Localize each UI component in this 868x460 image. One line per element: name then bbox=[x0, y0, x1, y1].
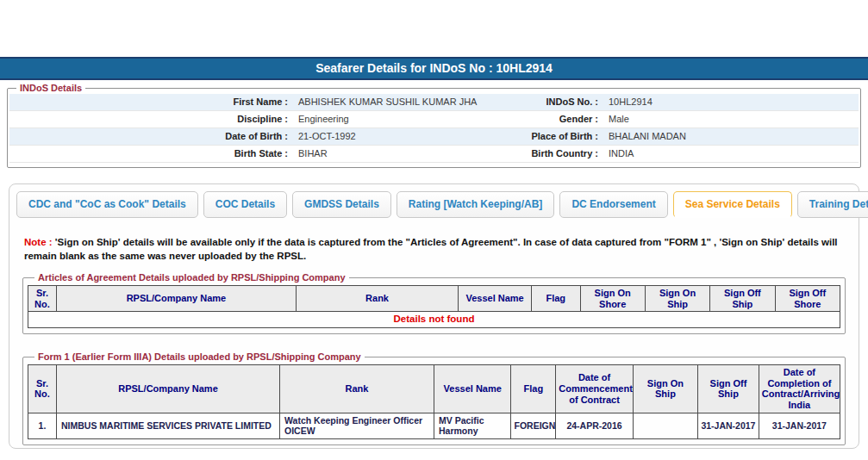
column-header-vessel-name: Vessel Name bbox=[434, 365, 511, 413]
tab-cdc-coc-as-cook-details[interactable]: CDC and "CoC as Cook" Details bbox=[16, 191, 198, 218]
table-row: 1. NIMBUS MARITIME SERVICES PRIVATE LIMI… bbox=[28, 413, 840, 438]
first-name-value: ABHISHEK KUMAR SUSHIL KUMAR JHA bbox=[294, 94, 511, 110]
cell-flag: FOREIGN bbox=[511, 413, 556, 438]
column-header-rpsl-company-name: RPSL/Company Name bbox=[56, 286, 296, 312]
cell-sr-no: 1. bbox=[28, 413, 57, 438]
gender-value: Male bbox=[604, 111, 859, 127]
column-header-flag: Flag bbox=[532, 286, 581, 312]
tab-coc-details[interactable]: COC Details bbox=[203, 191, 287, 218]
date-of-birth-value: 21-OCT-1992 bbox=[294, 128, 511, 145]
column-header-sign-on-shore: Sign On Shore bbox=[580, 286, 645, 312]
tab-content-panel: CDC and "CoC as Cook" Details COC Detail… bbox=[9, 183, 859, 449]
birth-state-value: BIHAR bbox=[294, 146, 511, 162]
indos-row-birth: Date of Birth : 21-OCT-1992 Place of Bir… bbox=[9, 128, 859, 146]
form1-legend: Form 1 (Earlier Form IIIA) Details uploa… bbox=[34, 351, 365, 362]
indos-row-name: First Name : ABHISHEK KUMAR SUSHIL KUMAR… bbox=[9, 94, 859, 111]
tab-training-details[interactable]: Training Details bbox=[797, 191, 868, 218]
tab-gmdss-details[interactable]: GMDSS Details bbox=[292, 191, 391, 218]
column-header-sign-on-ship: Sign On Ship bbox=[633, 365, 697, 413]
column-header-rpsl-company-name: RPSL/Company Name bbox=[56, 365, 279, 413]
cell-sign-off-ship: 31-JAN-2017 bbox=[698, 413, 759, 438]
column-header-sign-on-ship: Sign On Ship bbox=[645, 286, 709, 312]
tab-dc-endorsement[interactable]: DC Endorsement bbox=[559, 191, 667, 218]
column-header-sr-no: Sr. No. bbox=[28, 365, 57, 413]
tab-sea-service-details[interactable]: Sea Service Details bbox=[673, 191, 792, 218]
cell-vessel-name: MV Pacific Harmony bbox=[434, 413, 511, 438]
tab-bar: CDC and "CoC as Cook" Details COC Detail… bbox=[16, 191, 852, 218]
birth-state-label: Birth State : bbox=[9, 146, 294, 162]
column-header-flag: Flag bbox=[511, 365, 556, 413]
articles-of-agreement-table: Sr. No. RPSL/Company Name Rank Vessel Na… bbox=[28, 285, 840, 328]
note-body: 'Sign on Ship' details will be available… bbox=[24, 237, 838, 261]
indos-details-section: INDoS Details First Name : ABHISHEK KUMA… bbox=[7, 83, 861, 168]
place-of-birth-label: Place of Birth : bbox=[511, 128, 604, 145]
details-not-found-message: Details not found bbox=[28, 312, 840, 328]
column-header-rank: Rank bbox=[296, 286, 458, 312]
indos-no-label: INDoS No. : bbox=[511, 94, 604, 110]
cell-commencement-date: 24-APR-2016 bbox=[556, 413, 633, 438]
articles-header-row: Sr. No. RPSL/Company Name Rank Vessel Na… bbox=[28, 286, 840, 312]
form1-table: Sr. No. RPSL/Company Name Rank Vessel Na… bbox=[28, 364, 840, 439]
discipline-label: Discipline : bbox=[9, 111, 294, 127]
form1-section: Form 1 (Earlier Form IIIA) Details uploa… bbox=[22, 351, 846, 445]
column-header-vessel-name: Vessel Name bbox=[459, 286, 532, 312]
indos-no-value: 10HL2914 bbox=[604, 94, 859, 110]
sign-on-ship-note: Note : 'Sign on Ship' details will be av… bbox=[24, 236, 844, 263]
gender-label: Gender : bbox=[511, 111, 604, 127]
column-header-sign-off-shore: Sign Off Shore bbox=[775, 286, 840, 312]
indos-details-legend: INDoS Details bbox=[16, 83, 85, 93]
tab-rating-watch-keeping-ab[interactable]: Rating [Watch Keeping/AB] bbox=[397, 191, 555, 218]
articles-of-agreement-section: Articles of Agreement Details uploaded b… bbox=[22, 272, 846, 334]
cell-company-name: NIMBUS MARITIME SERVICES PRIVATE LIMITED bbox=[56, 413, 279, 438]
column-header-date-of-commencement: Date of Commencement of Contract bbox=[556, 365, 633, 413]
note-prefix: Note : bbox=[24, 237, 53, 247]
table-row: Details not found bbox=[28, 312, 840, 328]
column-header-rank: Rank bbox=[280, 365, 434, 413]
birth-country-value: INDIA bbox=[604, 146, 859, 162]
column-header-date-of-completion: Date of Completion of Contract/Arriving … bbox=[759, 365, 840, 413]
indos-row-discipline: Discipline : Engineering Gender : Male bbox=[9, 111, 859, 128]
first-name-label: First Name : bbox=[9, 94, 294, 110]
form1-header-row: Sr. No. RPSL/Company Name Rank Vessel Na… bbox=[28, 365, 840, 413]
cell-sign-on-ship bbox=[633, 413, 697, 438]
date-of-birth-label: Date of Birth : bbox=[9, 128, 294, 145]
cell-completion-date: 31-JAN-2017 bbox=[759, 413, 840, 438]
discipline-value: Engineering bbox=[294, 111, 511, 127]
indos-row-state: Birth State : BIHAR Birth Country : INDI… bbox=[9, 146, 859, 163]
articles-of-agreement-legend: Articles of Agreement Details uploaded b… bbox=[34, 272, 349, 283]
page-title: Seafarer Details for INDoS No : 10HL2914 bbox=[0, 57, 868, 80]
place-of-birth-value: BHALANI MADAN bbox=[604, 128, 859, 145]
column-header-sr-no: Sr. No. bbox=[28, 286, 57, 312]
birth-country-label: Birth Country : bbox=[511, 146, 604, 162]
column-header-sign-off-ship: Sign Off Ship bbox=[698, 365, 759, 413]
cell-rank: Watch Keeping Engineer Officer OICEW bbox=[280, 413, 434, 438]
column-header-sign-off-ship: Sign Off Ship bbox=[710, 286, 775, 312]
